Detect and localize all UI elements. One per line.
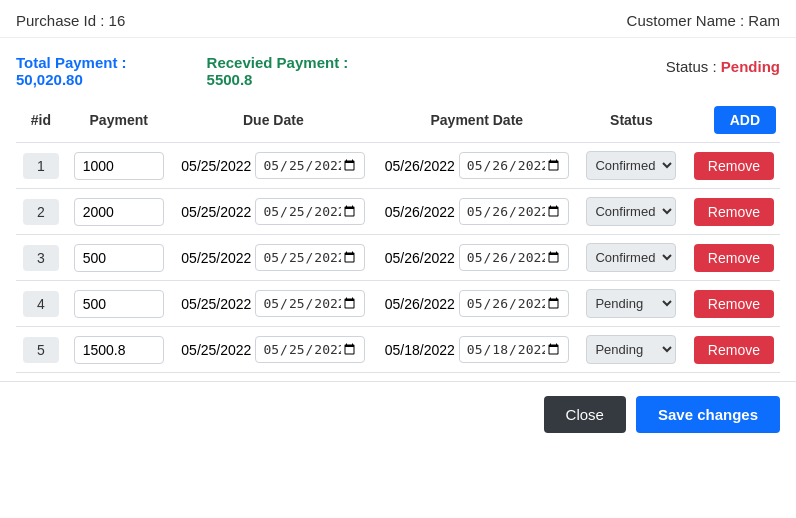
cell-payment-date[interactable]: 05/18/2022 [375, 327, 578, 373]
row-id-badge: 1 [23, 153, 59, 179]
total-payment-amount: 50,020.80 [16, 71, 127, 88]
status-select[interactable]: ConfirmedPending [586, 151, 676, 180]
payment-input[interactable] [74, 290, 164, 318]
cell-payment-date[interactable]: 05/26/2022 [375, 235, 578, 281]
payment-date-text: 05/26/2022 [385, 204, 455, 220]
remove-button[interactable]: Remove [694, 290, 774, 318]
cell-payment[interactable] [66, 143, 172, 189]
due-date-input[interactable] [255, 198, 365, 225]
received-payment-label: Recevied Payment : [207, 54, 349, 71]
cell-payment[interactable] [66, 281, 172, 327]
payment-date-text: 05/26/2022 [385, 158, 455, 174]
cell-remove[interactable]: Remove [684, 327, 780, 373]
cell-payment[interactable] [66, 235, 172, 281]
status-select[interactable]: ConfirmedPending [586, 197, 676, 226]
add-button[interactable]: ADD [714, 106, 776, 134]
table-row: 405/25/202205/26/2022ConfirmedPendingRem… [16, 281, 780, 327]
cell-payment-date[interactable]: 05/26/2022 [375, 189, 578, 235]
purchase-id-label: Purchase Id [16, 12, 96, 29]
col-add: ADD [684, 98, 780, 143]
due-date-text: 05/25/2022 [181, 158, 251, 174]
status-label: Status : [666, 58, 717, 75]
cell-remove[interactable]: Remove [684, 143, 780, 189]
table-row: 505/25/202205/18/2022ConfirmedPendingRem… [16, 327, 780, 373]
customer-name-label: Customer Name [627, 12, 736, 29]
table-row: 305/25/202205/26/2022ConfirmedPendingRem… [16, 235, 780, 281]
payments-table-container: #id Payment Due Date Payment Date Status… [0, 98, 796, 373]
payment-date-text: 05/18/2022 [385, 342, 455, 358]
cell-id: 3 [16, 235, 66, 281]
customer-name: Customer Name : Ram [627, 12, 780, 29]
cell-payment[interactable] [66, 327, 172, 373]
due-date-input[interactable] [255, 244, 365, 271]
close-button[interactable]: Close [544, 396, 626, 433]
payment-date-input[interactable] [459, 290, 569, 317]
cell-id: 5 [16, 327, 66, 373]
table-row: 105/25/202205/26/2022ConfirmedPendingRem… [16, 143, 780, 189]
due-date-text: 05/25/2022 [181, 250, 251, 266]
total-payment-label: Total Payment : [16, 54, 127, 71]
cell-status[interactable]: ConfirmedPending [579, 235, 685, 281]
page-footer: Close Save changes [0, 381, 796, 447]
remove-button[interactable]: Remove [694, 152, 774, 180]
cell-payment-date[interactable]: 05/26/2022 [375, 143, 578, 189]
cell-remove[interactable]: Remove [684, 189, 780, 235]
cell-id: 2 [16, 189, 66, 235]
remove-button[interactable]: Remove [694, 198, 774, 226]
received-payment-amount: 5500.8 [207, 71, 349, 88]
payment-date-input[interactable] [459, 244, 569, 271]
payment-input[interactable] [74, 198, 164, 226]
cell-status[interactable]: ConfirmedPending [579, 327, 685, 373]
payments-table: #id Payment Due Date Payment Date Status… [16, 98, 780, 373]
remove-button[interactable]: Remove [694, 336, 774, 364]
due-date-input[interactable] [255, 152, 365, 179]
cell-due-date[interactable]: 05/25/2022 [172, 235, 375, 281]
cell-due-date[interactable]: 05/25/2022 [172, 327, 375, 373]
purchase-id-value: 16 [109, 12, 126, 29]
cell-remove[interactable]: Remove [684, 281, 780, 327]
cell-remove[interactable]: Remove [684, 235, 780, 281]
cell-payment[interactable] [66, 189, 172, 235]
cell-status[interactable]: ConfirmedPending [579, 189, 685, 235]
payment-date-input[interactable] [459, 336, 569, 363]
status-select[interactable]: ConfirmedPending [586, 335, 676, 364]
payment-summary: Total Payment : 50,020.80 Recevied Payme… [0, 38, 796, 98]
payment-input[interactable] [74, 152, 164, 180]
customer-name-value: Ram [748, 12, 780, 29]
status-summary: Status : Pending [666, 54, 780, 75]
cell-due-date[interactable]: 05/25/2022 [172, 281, 375, 327]
status-select[interactable]: ConfirmedPending [586, 289, 676, 318]
cell-status[interactable]: ConfirmedPending [579, 143, 685, 189]
row-id-badge: 4 [23, 291, 59, 317]
row-id-badge: 2 [23, 199, 59, 225]
cell-id: 4 [16, 281, 66, 327]
due-date-input[interactable] [255, 336, 365, 363]
col-due-date: Due Date [172, 98, 375, 143]
col-id: #id [16, 98, 66, 143]
row-id-badge: 3 [23, 245, 59, 271]
cell-payment-date[interactable]: 05/26/2022 [375, 281, 578, 327]
status-select[interactable]: ConfirmedPending [586, 243, 676, 272]
due-date-input[interactable] [255, 290, 365, 317]
col-payment: Payment [66, 98, 172, 143]
purchase-id-separator: : [100, 12, 108, 29]
save-button[interactable]: Save changes [636, 396, 780, 433]
payment-date-text: 05/26/2022 [385, 296, 455, 312]
payment-date-input[interactable] [459, 198, 569, 225]
payment-input[interactable] [74, 336, 164, 364]
due-date-text: 05/25/2022 [181, 342, 251, 358]
payment-input[interactable] [74, 244, 164, 272]
remove-button[interactable]: Remove [694, 244, 774, 272]
table-row: 205/25/202205/26/2022ConfirmedPendingRem… [16, 189, 780, 235]
col-payment-date: Payment Date [375, 98, 578, 143]
cell-due-date[interactable]: 05/25/2022 [172, 189, 375, 235]
cell-due-date[interactable]: 05/25/2022 [172, 143, 375, 189]
cell-status[interactable]: ConfirmedPending [579, 281, 685, 327]
status-value: Pending [721, 58, 780, 75]
received-payment-block: Recevied Payment : 5500.8 [207, 54, 349, 88]
col-status: Status [579, 98, 685, 143]
cell-id: 1 [16, 143, 66, 189]
purchase-id: Purchase Id : 16 [16, 12, 125, 29]
due-date-text: 05/25/2022 [181, 204, 251, 220]
payment-date-input[interactable] [459, 152, 569, 179]
